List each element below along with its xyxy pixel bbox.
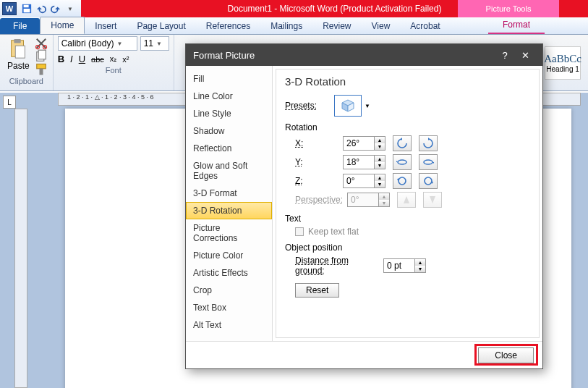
distance-input[interactable] [383,258,415,273]
svg-rect-10 [36,64,46,69]
qat-dropdown-icon[interactable]: ▼ [64,2,77,15]
ribbon-tabs: File Home Insert Page Layout References … [0,17,588,35]
spin-up-icon[interactable]: ▲ [375,174,385,181]
bold-button[interactable]: B [58,54,64,64]
spin-up-icon[interactable]: ▲ [375,156,385,162]
svg-point-12 [398,160,406,164]
save-icon[interactable] [20,2,33,15]
nav-3d-format[interactable]: 3-D Format [186,185,272,202]
rotate-x-left-button[interactable] [393,135,412,151]
dialog-close-x[interactable]: ✕ [515,50,535,61]
text-section-label: Text [285,214,530,224]
reset-button[interactable]: Reset [295,283,339,298]
tab-mailings[interactable]: Mailings [260,18,312,34]
perspective-widen-button [423,192,442,208]
rotate-z-ccw-button[interactable] [393,173,412,189]
superscript-button[interactable]: x² [122,55,129,64]
nav-3d-rotation[interactable]: 3-D Rotation [186,202,272,219]
x-spinner[interactable]: ▲▼ [343,136,385,151]
distance-spinner[interactable]: ▲▼ [383,258,426,273]
chevron-down-icon: ▼ [116,41,122,47]
z-input[interactable] [343,174,375,188]
close-button[interactable]: Close [478,347,534,363]
style-preview-text: AaBbCc [544,53,581,65]
spin-down-icon[interactable]: ▼ [375,162,385,169]
z-spinner[interactable]: ▲▼ [343,174,385,188]
nav-picture-corrections[interactable]: Picture Corrections [186,219,272,247]
dialog-help-button[interactable]: ? [495,50,515,61]
svg-rect-2 [24,9,30,12]
dialog-panel: 3-D Rotation Presets: ▼ Rotation X: ▲▼ Y… [276,69,540,338]
presets-dropdown[interactable] [334,95,362,117]
keep-text-flat-checkbox [295,227,304,236]
strike-button[interactable]: abc [91,55,104,64]
y-label: Y: [285,157,338,167]
svg-rect-11 [39,69,43,75]
format-painter-icon[interactable] [34,64,48,75]
nav-fill[interactable]: Fill [186,70,272,88]
nav-text-box[interactable]: Text Box [186,299,272,316]
tab-references[interactable]: References [196,18,260,34]
spin-up-icon[interactable]: ▲ [375,137,385,143]
rotate-z-cw-button[interactable] [419,173,438,189]
font-size-combo[interactable]: 11▼ [140,36,169,51]
vertical-ruler[interactable] [14,109,27,388]
keep-text-flat-label: Keep text flat [308,227,359,237]
nav-crop[interactable]: Crop [186,282,272,299]
cut-icon[interactable] [34,38,48,49]
clipboard-group-label: Clipboard [4,75,48,87]
rotate-y-up-button[interactable] [393,154,412,170]
x-input[interactable] [343,136,375,151]
rotation-section-label: Rotation [285,122,530,132]
nav-glow[interactable]: Glow and Soft Edges [186,157,272,185]
distance-label: Distance from ground: [285,256,379,276]
dialog-nav: Fill Line Color Line Style Shadow Reflec… [186,66,273,341]
perspective-label: Perspective: [285,195,343,205]
paste-button[interactable]: Paste [4,36,33,72]
rotate-x-right-button[interactable] [419,135,438,151]
underline-button[interactable]: U [79,54,85,64]
chevron-down-icon: ▼ [156,41,162,47]
object-position-label: Object position [285,242,530,253]
tab-file[interactable]: File [0,18,40,34]
nav-picture-color[interactable]: Picture Color [186,247,272,264]
svg-rect-9 [38,50,46,59]
nav-reflection[interactable]: Reflection [186,140,272,157]
spin-down-icon[interactable]: ▼ [375,143,385,150]
nav-line-style[interactable]: Line Style [186,105,272,122]
nav-line-color[interactable]: Line Color [186,88,272,105]
tab-insert[interactable]: Insert [85,18,127,34]
tab-home[interactable]: Home [40,17,85,34]
font-name-combo[interactable]: Calibri (Body)▼ [58,36,137,51]
x-label: X: [285,138,338,148]
spin-up-icon[interactable]: ▲ [415,259,425,266]
tab-view[interactable]: View [362,18,401,34]
y-spinner[interactable]: ▲▼ [343,155,385,169]
perspective-spinner: ▲▼ [347,193,390,207]
y-input[interactable] [343,155,375,169]
perspective-narrow-button [397,192,416,208]
panel-heading: 3-D Rotation [285,75,530,88]
subscript-button[interactable]: x₂ [110,54,117,64]
copy-icon[interactable] [34,51,48,62]
dialog-title: Format Picture [193,50,255,61]
spin-down-icon[interactable]: ▼ [415,266,425,272]
chevron-down-icon: ▼ [365,103,370,109]
word-app-icon: W [2,2,17,15]
tab-acrobat[interactable]: Acrobat [400,18,450,34]
nav-alt-text[interactable]: Alt Text [186,316,272,334]
rotate-y-down-button[interactable] [419,154,438,170]
svg-rect-5 [16,46,25,58]
tab-review[interactable]: Review [312,18,361,34]
nav-artistic-effects[interactable]: Artistic Effects [186,264,272,282]
spin-down-icon[interactable]: ▼ [375,181,385,187]
redo-icon[interactable] [49,2,62,15]
undo-icon[interactable] [35,2,48,15]
style-heading1[interactable]: AaBbCc Heading 1 [545,46,581,80]
tab-selector[interactable]: L [3,96,16,109]
tab-page-layout[interactable]: Page Layout [127,18,195,34]
nav-shadow[interactable]: Shadow [186,122,272,140]
svg-point-14 [399,177,406,185]
italic-button[interactable]: I [70,54,73,64]
tab-format[interactable]: Format [488,17,545,34]
